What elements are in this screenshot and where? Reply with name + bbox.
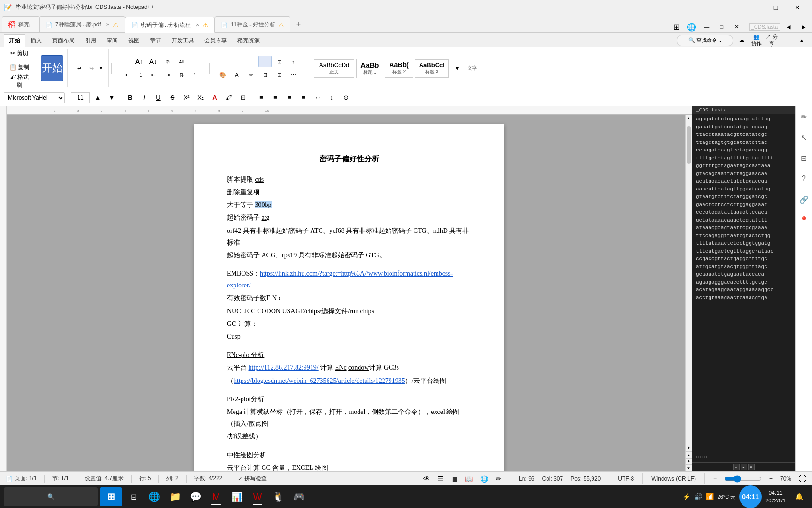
clock-badge[interactable]: 04:11	[739, 485, 762, 508]
font-size-down-btn[interactable]: ▼	[106, 92, 118, 104]
zoom-slider[interactable]	[724, 475, 762, 483]
taskbar-game[interactable]: 🎮	[289, 487, 308, 506]
font-name-select[interactable]: Microsoft YaHei	[4, 92, 65, 103]
tab-close-mima[interactable]: ✕	[195, 22, 200, 28]
document-area[interactable]: 1 2 3 4 5 6 7 8 9 10 密码子偏好性分析 脚本提取 cds	[7, 106, 692, 471]
search-button[interactable]: 🔍 查找命令...	[677, 35, 733, 46]
taskbar-start-button[interactable]: ⊞	[100, 487, 122, 506]
taskbar-search-button[interactable]: 🔍	[4, 487, 98, 506]
layout-toggle-button[interactable]: ⊞	[670, 21, 683, 32]
undo-dropdown[interactable]: ▼	[98, 63, 104, 74]
list-number[interactable]: ≡1	[133, 69, 146, 80]
indent-left[interactable]: ⇤	[147, 69, 160, 80]
sidebar-location-button[interactable]: 📍	[797, 214, 811, 227]
taskbar-wps[interactable]: W	[248, 487, 267, 506]
tray-icon-2[interactable]: 🔊	[694, 493, 702, 500]
line-spacing[interactable]: ↕	[287, 56, 300, 67]
sync-button[interactable]: ☁	[735, 35, 748, 46]
taskbar-wechat[interactable]: 💬	[186, 487, 205, 506]
tab-eleven[interactable]: 📄 11种金...好性分析 ⚠	[215, 16, 290, 32]
ribbon-tab-insert[interactable]: 插入	[25, 34, 47, 47]
copy-button[interactable]: 📋 复制	[8, 61, 31, 74]
scroll-thumb[interactable]	[687, 126, 691, 164]
style-more[interactable]: ▼	[451, 59, 464, 78]
fullscreen-button[interactable]: ⛶	[799, 475, 806, 483]
font-color-btn[interactable]: A	[209, 92, 221, 104]
collapse-button[interactable]: ▲	[795, 35, 808, 46]
style-normal[interactable]: AaBbCcDd 正文	[314, 59, 354, 78]
undo-button[interactable]: ↩	[73, 63, 85, 74]
share-button[interactable]: ↗ 分享	[765, 35, 778, 46]
align-left[interactable]: ≡	[216, 56, 229, 67]
text-border-btn[interactable]: ⊡	[237, 92, 249, 104]
font-size-increase[interactable]: A↑	[133, 56, 146, 67]
tab-mima[interactable]: 📄 密码子偏...分析流程 ✕ ⚠	[125, 17, 215, 33]
np-tab-next[interactable]: ▶	[797, 21, 810, 32]
font-size-up-btn[interactable]: ▲	[92, 92, 104, 104]
indent-right[interactable]: ⇥	[161, 69, 174, 80]
csdn-link[interactable]: https://blog.csdn.net/weixin_62735625/ar…	[234, 377, 405, 384]
sort[interactable]: ⇅	[175, 69, 188, 80]
cloud-link[interactable]: http://112.86.217.82:9919/	[249, 364, 319, 371]
view-mode-1[interactable]: 👁	[423, 475, 430, 483]
minimize-tab-button[interactable]: —	[700, 21, 713, 32]
ribbon-tab-vip[interactable]: 会员专享	[199, 34, 232, 47]
align-justify-btn[interactable]: ≡	[297, 92, 310, 104]
font-size-input[interactable]	[71, 92, 90, 103]
ribbon-tab-view[interactable]: 视图	[123, 34, 145, 47]
minimize-button[interactable]: —	[743, 0, 765, 15]
align-center[interactable]: ≡	[230, 56, 243, 67]
highlight[interactable]: ✏	[244, 69, 258, 80]
text-layout[interactable]: ⊡	[273, 56, 286, 67]
vertical-scrollbar[interactable]: ▲ ⬆ ● ⬇ ▼	[685, 115, 692, 471]
line-spacing-btn[interactable]: ↕	[326, 92, 338, 104]
view-mode-4[interactable]: 📖	[465, 475, 473, 483]
scroll-down-button[interactable]: ▼	[686, 465, 692, 471]
ribbon-tab-daoke[interactable]: 稻壳资源	[232, 34, 265, 47]
view-mode-6[interactable]: ✏	[496, 475, 501, 483]
underline-button[interactable]: U	[152, 92, 164, 104]
bold-button[interactable]: B	[124, 92, 136, 104]
sidebar-link-button[interactable]: 🔗	[797, 193, 811, 206]
outline-btn[interactable]: ⊙	[340, 92, 352, 104]
tray-icon-1[interactable]: ⚡	[682, 493, 690, 500]
ribbon-tab-reference[interactable]: 引用	[80, 34, 102, 47]
browser-icon-button[interactable]: 🌐	[685, 21, 698, 32]
strikethrough-button[interactable]: S	[166, 92, 179, 104]
superscript-button[interactable]: X²	[180, 92, 193, 104]
scroll-page-up[interactable]: ⬆	[686, 445, 692, 452]
ribbon-tab-start[interactable]: 开始	[4, 34, 25, 47]
scroll-bullet[interactable]: ●	[686, 452, 692, 458]
tray-icon-3[interactable]: 📶	[706, 493, 714, 500]
taskbar-linux[interactable]: 🐧	[269, 487, 288, 506]
np-tab-prev[interactable]: ◀	[782, 21, 795, 32]
np-scroll-mid[interactable]: ●	[741, 464, 747, 470]
align-center-btn[interactable]: ≡	[269, 92, 281, 104]
taskbar-excel[interactable]: 📊	[227, 487, 246, 506]
more-button[interactable]: ⋯	[780, 35, 793, 46]
scroll-page-down[interactable]: ⬇	[686, 458, 692, 465]
cut-button[interactable]: ✂ 剪切	[8, 47, 31, 60]
ribbon-tab-review[interactable]: 审阅	[102, 34, 123, 47]
style-heading1[interactable]: AaBb 标题 1	[356, 59, 383, 78]
ribbon-tab-layout[interactable]: 页面布局	[47, 34, 80, 47]
align-right-btn[interactable]: ≡	[283, 92, 296, 104]
tab-close-pdf[interactable]: ✕	[106, 22, 110, 28]
maximize-button[interactable]: □	[765, 0, 787, 15]
view-mode-2[interactable]: ☰	[437, 475, 444, 483]
taskbar-mendeley[interactable]: M	[207, 487, 226, 506]
font-color[interactable]: A	[230, 69, 243, 80]
align-left-btn[interactable]: ≡	[255, 92, 267, 104]
open-button[interactable]: 开始	[41, 55, 63, 81]
emboss-link[interactable]: https://link.zhihu.com/?target=http%3A//…	[227, 270, 453, 289]
add-tab-button[interactable]: +	[290, 16, 306, 32]
align-right[interactable]: ≡	[244, 56, 258, 67]
close-tab-button[interactable]: ✕	[730, 21, 743, 32]
task-view-button[interactable]: ⊟	[124, 487, 143, 506]
taskbar-explorer[interactable]: 📁	[165, 487, 184, 506]
sidebar-help-button[interactable]: ?	[797, 172, 811, 185]
italic-button[interactable]: I	[138, 92, 150, 104]
show-para[interactable]: ¶	[189, 69, 202, 80]
subscript-button[interactable]: X₂	[195, 92, 207, 104]
maximize-tab-button[interactable]: □	[715, 21, 728, 32]
